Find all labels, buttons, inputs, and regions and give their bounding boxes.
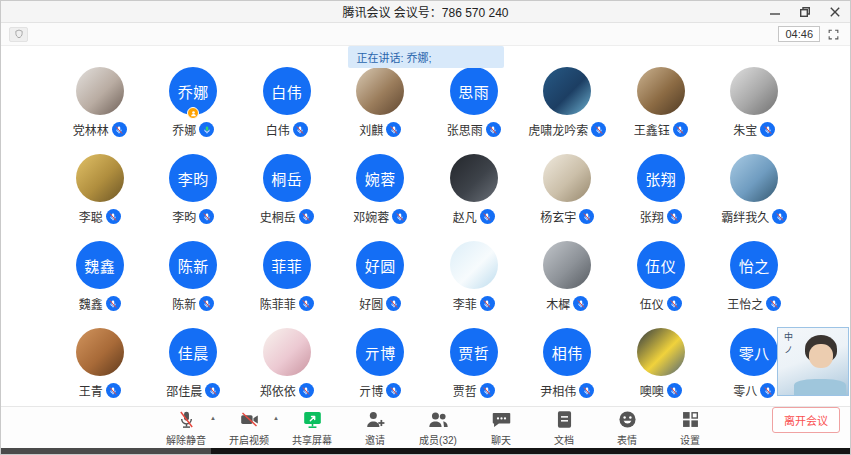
- toolbar-button-share-screen[interactable]: 共享屏幕: [290, 409, 334, 447]
- minimize-button[interactable]: [760, 1, 790, 23]
- maximize-button[interactable]: [790, 1, 820, 23]
- participant-tile[interactable]: 噢噢: [614, 328, 708, 415]
- participant-tile[interactable]: 贾哲 贾哲: [427, 328, 521, 415]
- participant-tile[interactable]: 菲菲 陈菲菲: [240, 241, 334, 328]
- toolbar-button-label: 成员(32): [419, 432, 457, 447]
- participant-tile[interactable]: 好圆 好圆: [334, 241, 428, 328]
- participant-name: 邵佳晨: [166, 382, 202, 399]
- mic-muted-icon[interactable]: [205, 383, 220, 398]
- participant-tile[interactable]: 李昀 李昀: [147, 154, 241, 241]
- toolbar-button-chat[interactable]: 聊天: [479, 409, 523, 447]
- mic-muted-icon[interactable]: [386, 296, 401, 311]
- participant-tile[interactable]: 李聪: [53, 154, 147, 241]
- participant-tile[interactable]: 郑依依: [240, 328, 334, 415]
- participant-tile[interactable]: 佳晨 邵佳晨: [147, 328, 241, 415]
- participant-tile[interactable]: 朱宝: [708, 67, 802, 154]
- fullscreen-button[interactable]: [827, 27, 842, 42]
- participant-tile[interactable]: 桐岳 史桐岳: [240, 154, 334, 241]
- participant-tile[interactable]: 白伟 白伟: [240, 67, 334, 154]
- participant-name: 好圆: [359, 295, 383, 312]
- toolbar-button-doc[interactable]: 文档: [542, 409, 586, 447]
- participant-tile[interactable]: 虎啸龙吟索: [521, 67, 615, 154]
- avatar-initials: 零八: [739, 342, 770, 363]
- participant-tile[interactable]: 怡之 王怡之: [708, 241, 802, 328]
- participant-tile[interactable]: 赵凡: [427, 154, 521, 241]
- mic-active-icon[interactable]: [199, 122, 214, 137]
- text-avatar: 张翔: [637, 154, 685, 202]
- mic-muted-icon[interactable]: [667, 209, 682, 224]
- mic-muted-icon[interactable]: [579, 209, 594, 224]
- mic-muted-icon[interactable]: [293, 122, 308, 137]
- mic-muted-icon[interactable]: [667, 383, 682, 398]
- mic-muted-icon[interactable]: [486, 122, 501, 137]
- meeting-window: 腾讯会议 会议号：786 570 240 04:46 正在讲话: 乔娜;: [0, 0, 851, 455]
- text-avatar: 婉蓉: [356, 154, 404, 202]
- mic-muted-icon[interactable]: [392, 209, 407, 224]
- mic-muted-icon[interactable]: [299, 296, 314, 311]
- participant-tile[interactable]: 亓博 亓博: [334, 328, 428, 415]
- toolbar-button-mic-muted[interactable]: 解除静音 ▲: [164, 409, 208, 447]
- mic-muted-icon[interactable]: [766, 296, 781, 311]
- mic-muted-icon[interactable]: [299, 383, 314, 398]
- text-avatar: 伍仪: [637, 241, 685, 289]
- mic-muted-icon[interactable]: [591, 122, 606, 137]
- participant-tile[interactable]: 相伟 尹相伟: [521, 328, 615, 415]
- toolbar-button-settings[interactable]: 设置: [668, 409, 712, 447]
- mic-muted-icon[interactable]: [673, 122, 688, 137]
- toolbar-button-members[interactable]: 成员(32): [416, 409, 460, 447]
- options-caret-icon[interactable]: ▲: [210, 415, 216, 421]
- participant-tile[interactable]: 思雨 张思雨: [427, 67, 521, 154]
- participant-tile[interactable]: 王青: [53, 328, 147, 415]
- avatar-initials: 乔娜: [178, 81, 209, 102]
- mic-muted-icon[interactable]: [760, 383, 775, 398]
- participant-tile[interactable]: 党林林: [53, 67, 147, 154]
- mic-muted-icon[interactable]: [386, 122, 401, 137]
- mic-muted-icon[interactable]: [760, 122, 775, 137]
- participant-tile[interactable]: 陈新 陈新: [147, 241, 241, 328]
- participant-tile[interactable]: 王鑫钰: [614, 67, 708, 154]
- participant-tile[interactable]: 杨玄宇: [521, 154, 615, 241]
- mic-muted-icon[interactable]: [106, 383, 121, 398]
- mic-muted-icon[interactable]: [573, 296, 588, 311]
- participant-name: 李菲: [453, 295, 477, 312]
- mic-muted-icon[interactable]: [299, 209, 314, 224]
- mic-muted-icon[interactable]: [106, 209, 121, 224]
- avatar-initials: 桐岳: [271, 168, 302, 189]
- mic-muted-icon[interactable]: [112, 122, 127, 137]
- options-caret-icon[interactable]: ▲: [273, 415, 279, 421]
- participant-tile[interactable]: 木樨: [521, 241, 615, 328]
- dog-with-beanie-photo: [637, 67, 685, 115]
- toolbar-button-camera-muted[interactable]: 开启视频 ▲: [227, 409, 271, 447]
- mic-muted-icon[interactable]: [480, 209, 495, 224]
- self-view-overlay-text: 中ノ: [782, 332, 795, 358]
- participant-tile[interactable]: 伍仪 伍仪: [614, 241, 708, 328]
- text-avatar: 思雨: [450, 67, 498, 115]
- participant-tile[interactable]: 乔娜 乔娜: [147, 67, 241, 154]
- mic-muted-icon[interactable]: [480, 383, 495, 398]
- mic-muted-icon[interactable]: [480, 296, 495, 311]
- toolbar-button-emoji[interactable]: 表情: [605, 409, 649, 447]
- fullscreen-icon: [827, 28, 840, 41]
- toolbar-button-invite[interactable]: 邀请: [353, 409, 397, 447]
- text-avatar: 桐岳: [263, 154, 311, 202]
- mic-muted-icon[interactable]: [667, 296, 682, 311]
- mic-muted-icon[interactable]: [199, 296, 214, 311]
- participant-tile[interactable]: 婉蓉 邓婉蓉: [334, 154, 428, 241]
- self-video-preview[interactable]: 中ノ: [777, 327, 849, 396]
- mic-muted-icon[interactable]: [579, 383, 594, 398]
- mic-muted-icon[interactable]: [199, 209, 214, 224]
- mic-muted-icon[interactable]: [386, 383, 401, 398]
- participant-name: 党林林: [73, 121, 109, 138]
- close-button[interactable]: [820, 1, 850, 23]
- mic-muted-icon[interactable]: [106, 296, 121, 311]
- meeting-timer: 04:46: [778, 26, 820, 42]
- participant-tile[interactable]: 李菲: [427, 241, 521, 328]
- participant-tile[interactable]: 霸绊我久: [708, 154, 802, 241]
- participant-tile[interactable]: 刘麒: [334, 67, 428, 154]
- participant-tile[interactable]: 张翔 张翔: [614, 154, 708, 241]
- avatar-initials: 李昀: [178, 168, 209, 189]
- leave-meeting-button[interactable]: 离开会议: [772, 407, 840, 433]
- participant-tile[interactable]: 魏鑫 魏鑫: [53, 241, 147, 328]
- participant-name: 杨玄宇: [540, 208, 576, 225]
- mic-muted-icon[interactable]: [772, 209, 787, 224]
